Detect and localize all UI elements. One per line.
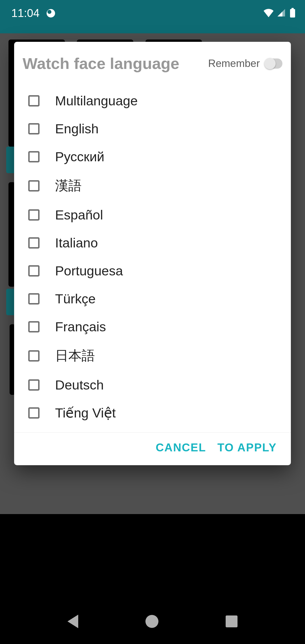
- language-row[interactable]: Deutsch: [14, 371, 291, 399]
- language-checkbox[interactable]: [28, 237, 40, 249]
- language-checkbox[interactable]: [28, 123, 40, 134]
- language-row[interactable]: Multilanguage: [14, 87, 291, 115]
- wifi-icon: [263, 8, 274, 18]
- language-row[interactable]: Русский: [14, 143, 291, 171]
- app-status-icon: [47, 9, 55, 18]
- language-row[interactable]: Español: [14, 201, 291, 229]
- language-row[interactable]: Portuguesa: [14, 257, 291, 285]
- language-checkbox[interactable]: [28, 95, 40, 106]
- language-checkbox[interactable]: [28, 209, 40, 221]
- language-checkbox[interactable]: [28, 321, 40, 332]
- language-label: Tiếng Việt: [55, 405, 116, 421]
- language-label: Deutsch: [55, 377, 104, 393]
- language-list[interactable]: MultilanguageEnglishРусский漢語EspañolItal…: [14, 78, 291, 432]
- language-row[interactable]: Türkçe: [14, 285, 291, 313]
- language-checkbox[interactable]: [28, 293, 40, 304]
- language-row[interactable]: Tiếng Việt: [14, 399, 291, 427]
- navigation-bar: [0, 599, 305, 644]
- cellular-signal-icon: [276, 8, 286, 18]
- nav-home-icon[interactable]: [145, 615, 158, 628]
- language-checkbox[interactable]: [28, 350, 40, 362]
- battery-icon: [290, 9, 295, 18]
- dialog-title: Watch face language: [23, 54, 179, 73]
- language-dialog: Watch face language Remember Multilangua…: [14, 42, 291, 465]
- nav-recent-icon[interactable]: [226, 615, 238, 627]
- language-row[interactable]: Italiano: [14, 229, 291, 257]
- status-right: [263, 8, 295, 18]
- language-row[interactable]: 日本語: [14, 341, 291, 371]
- dialog-header: Watch face language Remember: [14, 42, 291, 78]
- status-left: 11:04: [11, 7, 55, 19]
- language-label: Italiano: [55, 235, 98, 251]
- language-checkbox[interactable]: [28, 379, 40, 391]
- language-label: Русский: [55, 149, 104, 164]
- status-bar: 11:04: [0, 0, 305, 33]
- cancel-button[interactable]: CANCEL: [156, 441, 206, 454]
- language-row[interactable]: Français: [14, 313, 291, 341]
- language-checkbox[interactable]: [28, 180, 40, 192]
- dialog-footer: CANCEL TO APPLY: [14, 432, 291, 465]
- language-label: Multilanguage: [55, 93, 138, 108]
- language-label: Français: [55, 319, 106, 334]
- apply-button[interactable]: TO APPLY: [217, 441, 277, 454]
- language-label: 日本語: [55, 347, 95, 365]
- language-label: Türkçe: [55, 291, 96, 306]
- nav-back-icon[interactable]: [67, 615, 78, 628]
- language-row[interactable]: English: [14, 115, 291, 143]
- remember-toggle[interactable]: [265, 58, 282, 69]
- language-label: Portuguesa: [55, 263, 123, 279]
- language-checkbox[interactable]: [28, 151, 40, 162]
- language-checkbox[interactable]: [28, 407, 40, 419]
- remember-label: Remember: [208, 58, 260, 69]
- language-label: Español: [55, 207, 103, 223]
- language-label: 漢語: [55, 177, 82, 195]
- language-checkbox[interactable]: [28, 265, 40, 277]
- language-label: English: [55, 121, 99, 136]
- status-time: 11:04: [11, 7, 40, 19]
- language-row[interactable]: 漢語: [14, 171, 291, 201]
- remember-toggle-group: Remember: [208, 58, 282, 69]
